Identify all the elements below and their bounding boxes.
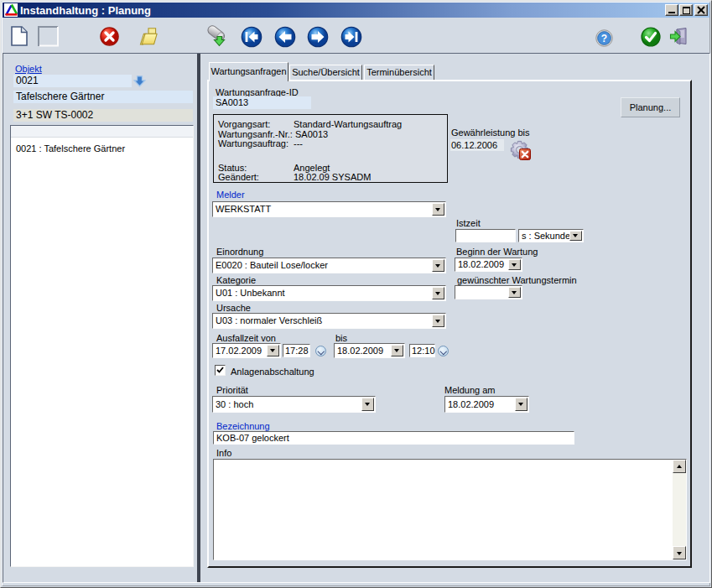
svg-text:?: ? <box>601 33 607 44</box>
